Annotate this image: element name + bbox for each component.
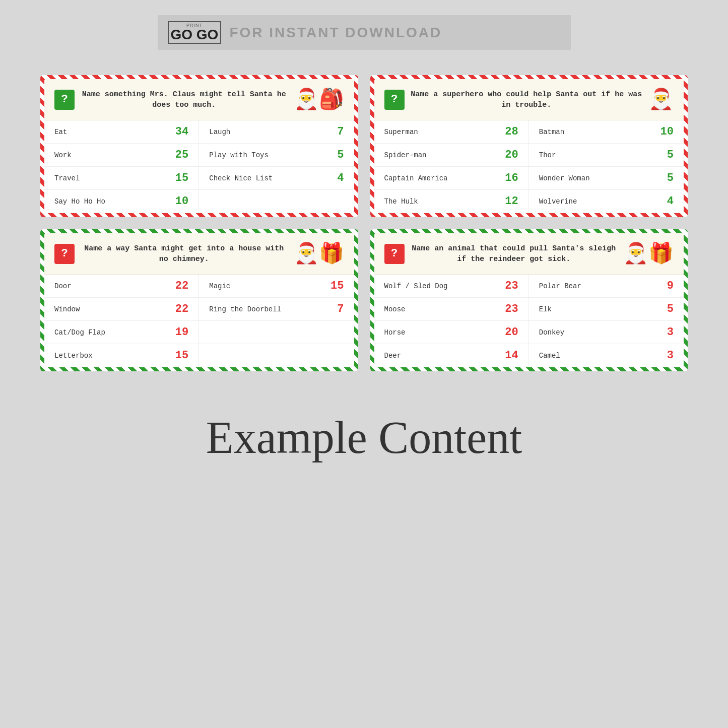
answer-text: Work <box>54 151 72 159</box>
answer-score: 15 <box>175 349 188 362</box>
answer-score: 20 <box>505 149 518 161</box>
question-icon-2: ? <box>384 90 405 110</box>
answer-text: Wolverine <box>539 197 577 206</box>
card-2-answers: Superman 28 Batman 10 Spider-man 20 Thor… <box>374 120 684 213</box>
answer-text: Play with Toys <box>209 151 269 159</box>
answer-score: 19 <box>175 326 188 339</box>
question-icon-1: ? <box>54 90 75 110</box>
card-1-question: Name something Mrs. Claus might tell San… <box>81 89 288 110</box>
answer-score: 34 <box>175 125 188 138</box>
answer-score: 22 <box>175 303 188 315</box>
logo: PRINT GO GO <box>168 21 222 44</box>
card-1-body: Eat 34 Laugh 7 Work 25 Play with Toys 5 <box>44 120 354 213</box>
answer-text: Wolf / Sled Dog <box>384 282 448 290</box>
answer-text: Moose <box>384 305 406 313</box>
answer-score: 3 <box>667 326 674 339</box>
answer-text: Deer <box>384 352 402 360</box>
answer-row: Eat 34 <box>44 120 199 144</box>
answer-score: 16 <box>505 172 518 184</box>
card-4: ? Name an animal that could pull Santa's… <box>370 229 688 371</box>
card-2-question: Name a superhero who could help Santa ou… <box>411 89 643 110</box>
answer-score: 3 <box>667 349 674 362</box>
answer-row: Ring the Doorbell 7 <box>199 298 354 321</box>
answer-score: 20 <box>505 326 518 339</box>
answer-text: Horse <box>384 328 406 337</box>
answer-score: 10 <box>175 195 188 208</box>
answer-score: 5 <box>667 172 674 184</box>
answer-text: The Hulk <box>384 197 418 206</box>
card-1-answers: Eat 34 Laugh 7 Work 25 Play with Toys 5 <box>44 120 354 213</box>
answer-row: Magic 15 <box>199 275 354 298</box>
answer-text: Eat <box>54 128 67 136</box>
answer-score: 5 <box>337 149 344 161</box>
answer-row: The Hulk 12 <box>374 190 529 213</box>
answer-text: Ring the Doorbell <box>209 305 281 313</box>
answer-score: 22 <box>175 280 188 292</box>
card-1-header: ? Name something Mrs. Claus might tell S… <box>44 79 354 120</box>
answer-row: Spider-man 20 <box>374 144 529 167</box>
header-title: FOR INSTANT DOWNLOAD <box>229 25 442 41</box>
answer-row: Camel 3 <box>529 344 684 367</box>
card-4-body: Wolf / Sled Dog 23 Polar Bear 9 Moose 23… <box>374 275 684 367</box>
answer-row: Batman 10 <box>529 120 684 144</box>
cards-grid: ? Name something Mrs. Claus might tell S… <box>0 75 728 371</box>
answer-row <box>199 321 354 344</box>
card-3-inner: ? Name a way Santa might get into a hous… <box>44 233 354 367</box>
answer-row: Cat/Dog Flap 19 <box>44 321 199 344</box>
answer-score: 28 <box>505 125 518 138</box>
question-icon-4: ? <box>384 244 405 264</box>
answer-score: 15 <box>175 172 188 184</box>
answer-score: 23 <box>505 303 518 315</box>
answer-row: Moose 23 <box>374 298 529 321</box>
card-1-inner: ? Name something Mrs. Claus might tell S… <box>44 79 354 213</box>
card-2-header: ? Name a superhero who could help Santa … <box>374 79 684 120</box>
santa-icon-2: 🎅 <box>648 87 674 112</box>
card-2-inner: ? Name a superhero who could help Santa … <box>374 79 684 213</box>
answer-text: Thor <box>539 151 556 159</box>
answer-score: 23 <box>505 280 518 292</box>
santa-icon-4: 🎅🎁 <box>623 241 674 266</box>
answer-row: Deer 14 <box>374 344 529 367</box>
answer-row: Captain America 16 <box>374 167 529 190</box>
card-3: ? Name a way Santa might get into a hous… <box>40 229 358 371</box>
answer-text: Donkey <box>539 328 564 337</box>
answer-row: Play with Toys 5 <box>199 144 354 167</box>
answer-text: Cat/Dog Flap <box>54 328 105 337</box>
logo-gogo: GO GO <box>171 28 219 42</box>
answer-row: Superman 28 <box>374 120 529 144</box>
answer-text: Batman <box>539 128 564 136</box>
card-4-inner: ? Name an animal that could pull Santa's… <box>374 233 684 367</box>
answer-score: 15 <box>330 280 344 292</box>
answer-score: 4 <box>337 172 344 184</box>
answer-score: 14 <box>505 349 518 362</box>
answer-row: Horse 20 <box>374 321 529 344</box>
card-4-question: Name an animal that could pull Santa's s… <box>411 243 618 264</box>
header-bar: PRINT GO GO FOR INSTANT DOWNLOAD <box>158 15 571 50</box>
card-3-header: ? Name a way Santa might get into a hous… <box>44 233 354 275</box>
card-1: ? Name something Mrs. Claus might tell S… <box>40 75 358 217</box>
example-content-text: Example Content <box>206 412 522 464</box>
answer-text: Say Ho Ho Ho <box>54 197 105 206</box>
card-3-body: Door 22 Magic 15 Window 22 Ring the Door… <box>44 275 354 367</box>
answer-row: Elk 5 <box>529 298 684 321</box>
answer-row: Check Nice List 4 <box>199 167 354 190</box>
answer-row: Window 22 <box>44 298 199 321</box>
card-2-body: Superman 28 Batman 10 Spider-man 20 Thor… <box>374 120 684 213</box>
answer-text: Window <box>54 305 80 313</box>
answer-text: Magic <box>209 282 230 290</box>
answer-score: 12 <box>505 195 518 208</box>
answer-row <box>199 344 354 367</box>
santa-icon-3: 🎅🎁 <box>294 241 344 266</box>
answer-text: Laugh <box>209 128 230 136</box>
card-2: ? Name a superhero who could help Santa … <box>370 75 688 217</box>
answer-text: Polar Bear <box>539 282 581 290</box>
answer-row: Wonder Woman 5 <box>529 167 684 190</box>
answer-score: 7 <box>337 303 344 315</box>
answer-text: Travel <box>54 174 80 182</box>
santa-icon-1: 🎅🎒 <box>294 87 344 112</box>
answer-row: Door 22 <box>44 275 199 298</box>
answer-score: 5 <box>667 149 674 161</box>
answer-text: Elk <box>539 305 552 313</box>
card-3-question: Name a way Santa might get into a house … <box>81 243 288 264</box>
answer-text: Check Nice List <box>209 174 273 182</box>
